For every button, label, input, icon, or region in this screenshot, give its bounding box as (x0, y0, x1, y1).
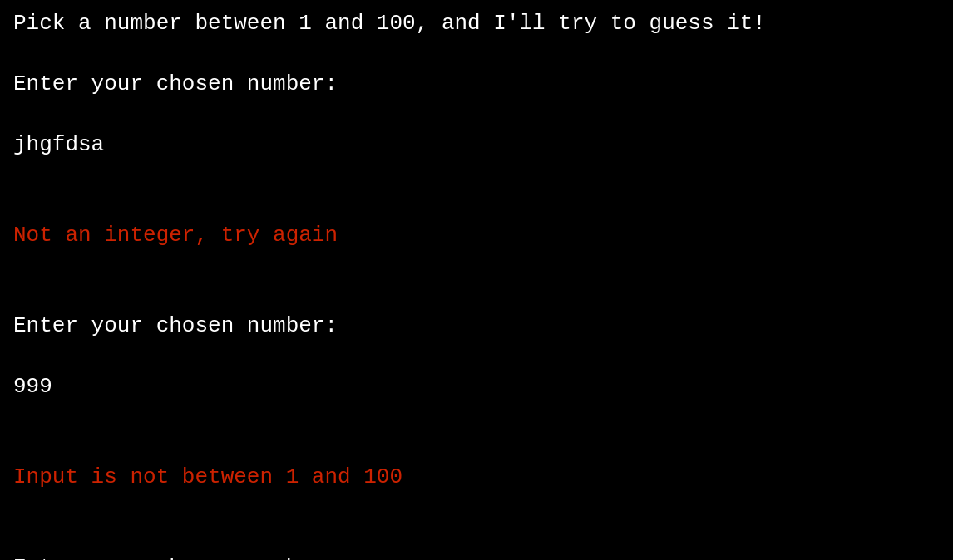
spacer-line (13, 523, 940, 553)
prompt1: Enter your chosen number: (13, 69, 940, 99)
error1: Not an integer, try again (13, 220, 940, 250)
input2: 999 (13, 371, 940, 401)
error2: Input is not between 1 and 100 (13, 462, 940, 492)
spacer-line (13, 281, 940, 311)
terminal-output: Pick a number between 1 and 100, and I'l… (13, 8, 940, 560)
prompt2: Enter your chosen number: (13, 311, 940, 341)
prompt3: Enter your chosen number: (13, 553, 940, 560)
spacer-line (13, 189, 940, 219)
intro: Pick a number between 1 and 100, and I'l… (13, 8, 940, 38)
spacer-line (13, 431, 940, 461)
input1: jhgfdsa (13, 130, 940, 160)
